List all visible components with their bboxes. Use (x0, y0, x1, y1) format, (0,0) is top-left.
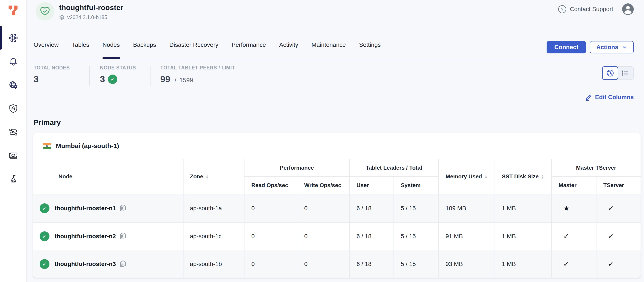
section-title-primary: Primary (34, 118, 644, 127)
tab-backups[interactable]: Backups (133, 41, 156, 59)
cell-zone: ap-south-1a (184, 194, 244, 222)
actions-button[interactable]: Actions (590, 41, 634, 53)
sidebar-item-security[interactable] (8, 104, 18, 113)
column-header-write-ops: Write Ops/sec (297, 177, 349, 194)
column-header-memory-used[interactable]: Memory Used ▲▼ (438, 159, 494, 194)
nodes-table-body: ✓ thoughtful-rooster-n1 ap-south-1a 0 0 … (33, 194, 640, 278)
stat-value: 3 (34, 74, 38, 84)
copy-icon[interactable] (120, 204, 126, 212)
column-header-user: User (349, 177, 394, 194)
cell-zone: ap-south-1c (184, 223, 244, 250)
tserver-status-icon: ✓ (596, 250, 640, 278)
node-healthy-check-icon: ✓ (40, 203, 50, 213)
cell-write-ops: 0 (297, 194, 349, 222)
table-row: ✓ thoughtful-rooster-n1 ap-south-1a 0 0 … (33, 194, 640, 222)
column-header-node: Node (33, 159, 184, 194)
sidebar-item-clusters[interactable] (8, 33, 18, 43)
sidebar-item-labs[interactable] (8, 174, 18, 184)
sidebar (0, 0, 26, 282)
nodes-table-header: Node Zone ▲▼ Performance Read Ops/sec Wr… (33, 159, 640, 194)
tab-activity[interactable]: Activity (279, 41, 298, 59)
active-nav-indicator (0, 26, 2, 50)
map-view-toggle-button[interactable] (602, 66, 618, 80)
column-header-system: System (394, 177, 438, 194)
actions-button-label: Actions (596, 44, 618, 51)
column-header-tserver: TServer (596, 177, 640, 194)
copy-icon[interactable] (120, 232, 126, 240)
contact-support-link[interactable]: ? Contact Support (558, 5, 613, 13)
cell-memory-used: 91 MB (438, 223, 494, 250)
cell-memory-used: 109 MB (438, 194, 494, 222)
cell-user-tablets: 6 / 18 (349, 223, 394, 250)
stat-separator: / (175, 77, 176, 84)
tab-settings[interactable]: Settings (359, 41, 381, 59)
tab-performance[interactable]: Performance (232, 41, 266, 59)
table-row: ✓ thoughtful-rooster-n3 ap-south-1b 0 0 … (33, 250, 640, 278)
cell-read-ops: 0 (244, 250, 297, 278)
sidebar-item-billing[interactable] (8, 151, 18, 160)
cell-sst-disk-size: 1 MB (494, 223, 551, 250)
tab-nodes[interactable]: Nodes (102, 41, 120, 59)
node-healthy-check-icon: ✓ (40, 231, 50, 241)
cell-read-ops: 0 (244, 194, 297, 222)
table-row: ✓ thoughtful-rooster-n2 ap-south-1c 0 0 … (33, 222, 640, 250)
chevron-down-icon (622, 44, 627, 50)
list-view-toggle-button[interactable] (618, 66, 634, 80)
master-status-icon: ✓ (551, 223, 596, 250)
column-group-tablet-leaders: Tablet Leaders / Total (349, 159, 438, 177)
sidebar-item-integrations[interactable] (8, 127, 18, 137)
sort-icon[interactable]: ▲▼ (485, 174, 488, 179)
yugabyte-logo-icon[interactable] (8, 5, 19, 16)
master-status-icon: ★ (551, 194, 596, 222)
column-group-performance: Performance (244, 159, 349, 177)
column-header-memory-label: Memory Used (446, 173, 482, 180)
stat-node-status: NODE STATUS 3 ✓ (90, 59, 150, 92)
india-flag-icon (43, 143, 51, 149)
edit-columns-button[interactable]: Edit Columns (585, 94, 634, 101)
cell-sst-disk-size: 1 MB (494, 250, 551, 278)
region-name: Mumbai (ap-south-1) (56, 142, 119, 149)
cluster-health-heart-icon (36, 2, 54, 20)
cell-memory-used: 93 MB (438, 250, 494, 278)
healthy-check-icon: ✓ (108, 75, 117, 84)
stat-label: TOTAL TABLET PEERS / LIMIT (160, 65, 235, 71)
user-avatar[interactable] (622, 3, 634, 15)
tab-disaster-recovery[interactable]: Disaster Recovery (169, 41, 218, 59)
cell-sst-disk-size: 1 MB (494, 194, 551, 222)
cluster-stats: TOTAL NODES 3 NODE STATUS 3 ✓ TOTAL TABL… (27, 59, 644, 92)
svg-text:?: ? (561, 7, 563, 11)
copy-icon[interactable] (120, 260, 126, 268)
page-title: thoughtful-rooster (59, 3, 123, 12)
tab-tables[interactable]: Tables (72, 41, 89, 59)
column-header-zone[interactable]: Zone ▲▼ (184, 159, 244, 194)
tserver-status-icon: ✓ (596, 223, 640, 250)
cell-system-tablets: 5 / 15 (394, 194, 438, 222)
cell-zone: ap-south-1b (184, 250, 244, 278)
node-name: thoughtful-rooster-n2 (54, 233, 116, 240)
sort-icon[interactable]: ▲▼ (206, 174, 208, 179)
cell-write-ops: 0 (297, 250, 349, 278)
help-question-icon: ? (558, 5, 566, 13)
cluster-version: v2024.2.1.0-b185 (67, 14, 107, 20)
pencil-icon (585, 94, 592, 101)
sidebar-item-alerts[interactable] (8, 57, 18, 66)
column-group-master-tserver: Master TServer (551, 159, 640, 177)
column-header-read-ops: Read Ops/sec (244, 177, 297, 194)
cell-user-tablets: 6 / 18 (349, 250, 394, 278)
stat-limit: 1599 (180, 77, 193, 84)
column-header-sst-disk-size[interactable]: SST Disk Size ▲▼ (494, 159, 551, 194)
tab-overview[interactable]: Overview (34, 41, 59, 59)
cell-system-tablets: 5 / 15 (394, 250, 438, 278)
list-icon (621, 69, 630, 77)
connect-button[interactable]: Connect (546, 41, 586, 53)
master-status-icon: ✓ (551, 250, 596, 278)
sidebar-item-network[interactable] (8, 80, 18, 90)
tab-maintenance[interactable]: Maintenance (312, 41, 346, 59)
app-header: thoughtful-rooster v2024.2.1.0-b185 ? (27, 0, 644, 20)
column-header-sst-label: SST Disk Size (502, 173, 539, 180)
cell-read-ops: 0 (244, 223, 297, 250)
sort-icon[interactable]: ▲▼ (541, 174, 544, 179)
stat-tablet-peers: TOTAL TABLET PEERS / LIMIT 99 / 1599 (151, 59, 235, 92)
node-healthy-check-icon: ✓ (40, 259, 50, 269)
stat-value: 3 (100, 74, 105, 84)
